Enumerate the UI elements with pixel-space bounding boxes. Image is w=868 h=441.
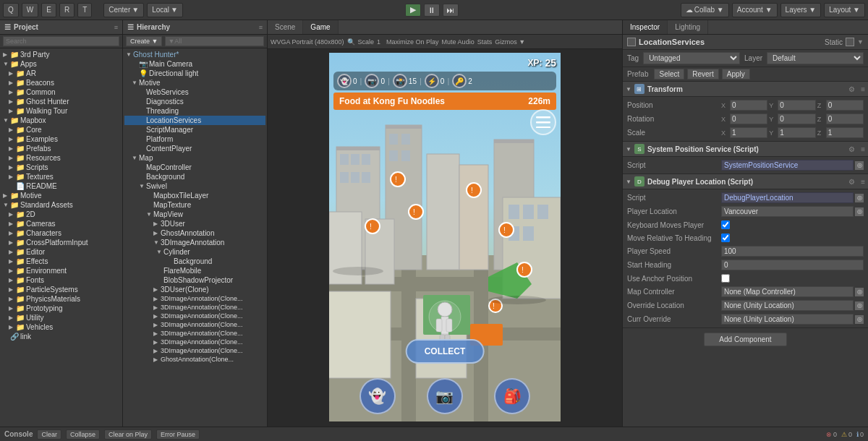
scl-x-input[interactable] bbox=[730, 127, 767, 138]
pause-button[interactable]: ⏸ bbox=[424, 4, 440, 17]
sps-menu-icon[interactable]: ≡ bbox=[861, 145, 865, 153]
hierarchy-3dimage-clone1[interactable]: ▶ 3DImageAnnotation(Clone... bbox=[124, 294, 265, 303]
bottom-ghost-btn[interactable]: 👻 bbox=[359, 378, 396, 414]
project-item-crossplatform[interactable]: ▶ 📁 CrossPlatformInput bbox=[1, 238, 121, 247]
rot-x-input[interactable] bbox=[730, 114, 767, 124]
scene-tab[interactable]: Scene bbox=[268, 20, 303, 34]
hierarchy-3dimage-clone5[interactable]: ▶ 3DImageAnnotation(Clone... bbox=[124, 329, 265, 338]
curr-override-select-btn[interactable]: ◎ bbox=[855, 315, 864, 324]
static-dropdown[interactable]: ▼ bbox=[857, 38, 864, 46]
sps-gear-icon[interactable]: ⚙ bbox=[848, 145, 855, 153]
transform-component-header[interactable]: ▼ ⊞ Transform ⚙ ≡ bbox=[623, 82, 868, 97]
static-checkbox[interactable] bbox=[846, 38, 854, 46]
start-heading-input[interactable] bbox=[721, 260, 864, 270]
collect-button[interactable]: COLLECT bbox=[406, 339, 485, 364]
rot-z-input[interactable] bbox=[826, 114, 864, 124]
hierarchy-map[interactable]: ▼ Map bbox=[124, 153, 265, 163]
dpl-script-select-btn[interactable]: ◎ bbox=[855, 194, 864, 202]
player-speed-input[interactable] bbox=[721, 246, 864, 257]
override-location-select-btn[interactable]: ◎ bbox=[855, 301, 864, 310]
prefab-select-btn[interactable]: Select bbox=[654, 69, 684, 80]
bottom-camera-btn[interactable]: 📷 bbox=[427, 378, 463, 414]
hierarchy-background2[interactable]: Background bbox=[124, 257, 265, 266]
project-item-2d[interactable]: ▶ 📁 2D bbox=[1, 210, 121, 219]
hierarchy-swivel[interactable]: ▼ Swivel bbox=[124, 181, 265, 191]
hierarchy-menu-icon[interactable]: ≡ bbox=[259, 24, 263, 31]
pos-x-input[interactable] bbox=[730, 100, 767, 111]
stats-btn[interactable]: Stats bbox=[477, 38, 493, 46]
layout-button[interactable]: Layout ▼ bbox=[824, 3, 865, 17]
project-item-resources[interactable]: ▶ 📁 Resources bbox=[1, 153, 121, 163]
step-button[interactable]: ⏭ bbox=[443, 4, 459, 17]
hierarchy-3dimage-clone2[interactable]: ▶ 3DImageAnnotation(Clone... bbox=[124, 303, 265, 312]
transform-menu-icon[interactable]: ≡ bbox=[861, 85, 865, 93]
hierarchy-main-camera[interactable]: 📷 Main Camera bbox=[124, 59, 265, 69]
bottom-bag-btn[interactable]: 🎒 bbox=[494, 378, 530, 414]
hierarchy-locationservices[interactable]: LocationServices bbox=[124, 116, 265, 125]
rot-y-input[interactable] bbox=[778, 114, 815, 124]
hierarchy-webservices[interactable]: WebServices bbox=[124, 87, 265, 97]
add-component-button[interactable]: Add Component bbox=[704, 333, 786, 346]
hierarchy-platform[interactable]: Platform bbox=[124, 134, 265, 144]
project-item-scripts[interactable]: ▶ 📁 Scripts bbox=[1, 163, 121, 172]
layers-button[interactable]: Layers ▼ bbox=[780, 3, 822, 17]
hierarchy-cylinder[interactable]: ▼ Cylinder bbox=[124, 247, 265, 257]
keyboard-moves-checkbox[interactable] bbox=[721, 220, 730, 229]
project-item-motive[interactable]: ▶ 📁 Motive bbox=[1, 191, 121, 200]
project-item-vehicles[interactable]: ▶ 📁 Vehicles bbox=[1, 322, 121, 332]
toolbar-transform-t[interactable]: T bbox=[77, 3, 92, 17]
hierarchy-blobshadow[interactable]: BlobShadowProjector bbox=[124, 275, 265, 285]
project-item-characters[interactable]: ▶ 📁 Characters bbox=[1, 228, 121, 238]
space-button[interactable]: Local ▼ bbox=[147, 3, 183, 17]
project-item-textures[interactable]: ▶ 📁 Textures bbox=[1, 172, 121, 181]
pos-y-input[interactable] bbox=[778, 100, 815, 111]
project-item-mapbox[interactable]: ▼ 📁 Mapbox bbox=[1, 116, 121, 125]
project-item-core[interactable]: ▶ 📁 Core bbox=[1, 125, 121, 134]
project-item-physicsmaterials[interactable]: ▶ 📁 PhysicsMaterials bbox=[1, 294, 121, 304]
sps-script-select-btn[interactable]: ◎ bbox=[855, 161, 864, 170]
gizmos-btn[interactable]: Gizmos ▼ bbox=[495, 38, 525, 46]
play-button[interactable]: ▶ bbox=[405, 4, 421, 17]
clear-button[interactable]: Clear bbox=[37, 429, 61, 440]
scl-y-input[interactable] bbox=[778, 127, 815, 138]
hierarchy-ghost-clone[interactable]: ▶ GhostAnnotation(Clone... bbox=[124, 355, 265, 364]
hierarchy-dir-light[interactable]: 💡 Directional light bbox=[124, 69, 265, 78]
hierarchy-threading[interactable]: Threading bbox=[124, 106, 265, 116]
project-item-environment[interactable]: ▶ 📁 Environment bbox=[1, 266, 121, 275]
account-button[interactable]: Account ▼ bbox=[732, 3, 778, 17]
hierarchy-3dimage-clone4[interactable]: ▶ 3DImageAnnotation(Clone... bbox=[124, 320, 265, 329]
map-controller-select-btn[interactable]: ◎ bbox=[855, 288, 864, 296]
project-item-editor[interactable]: ▶ 📁 Editor bbox=[1, 247, 121, 257]
project-item-walkingtour[interactable]: ▶ 📁 Walking Tour bbox=[1, 106, 121, 116]
hierarchy-mapcontroller[interactable]: MapController bbox=[124, 163, 265, 172]
lighting-tab[interactable]: Lighting bbox=[668, 20, 708, 34]
object-active-checkbox[interactable] bbox=[627, 38, 636, 46]
hierarchy-ghostannotation[interactable]: ▶ GhostAnnotation bbox=[124, 228, 265, 238]
collapse-button[interactable]: Collapse bbox=[66, 429, 100, 440]
hierarchy-mapview[interactable]: ▼ MapView bbox=[124, 210, 265, 219]
maximize-on-play-btn[interactable]: Maximize On Play bbox=[386, 38, 439, 46]
pivot-button[interactable]: Center ▼ bbox=[103, 3, 144, 17]
use-anchor-checkbox[interactable] bbox=[721, 274, 730, 283]
project-menu-icon[interactable]: ≡ bbox=[114, 24, 118, 31]
hierarchy-3duser[interactable]: ▶ 3DUser bbox=[124, 219, 265, 228]
mute-audio-btn[interactable]: Mute Audio bbox=[442, 38, 475, 46]
layer-select[interactable]: Default bbox=[767, 52, 864, 64]
project-item-beacons[interactable]: ▶ 📁 Beacons bbox=[1, 78, 121, 87]
prefab-apply-btn[interactable]: Apply bbox=[722, 69, 750, 80]
toolbar-transform-e[interactable]: E bbox=[41, 3, 56, 17]
project-item-particlesystems[interactable]: ▶ 📁 ParticleSystems bbox=[1, 285, 121, 294]
hierarchy-3dimage-clone6[interactable]: ▶ 3DImageAnnotation(Clone... bbox=[124, 338, 265, 346]
hierarchy-flaremobile[interactable]: FlareMobile bbox=[124, 266, 265, 275]
hierarchy-3duser-clone[interactable]: ▶ 3DUser(Clone) bbox=[124, 285, 265, 294]
project-item-prototyping[interactable]: ▶ 📁 Prototyping bbox=[1, 304, 121, 313]
hierarchy-maptexture[interactable]: MapTexture bbox=[124, 200, 265, 210]
project-item-utility[interactable]: ▶ 📁 Utility bbox=[1, 313, 121, 322]
project-item-common[interactable]: ▶ 📁 Common bbox=[1, 87, 121, 97]
project-item-ar[interactable]: ▶ 📁 AR bbox=[1, 69, 121, 78]
hierarchy-contentplayer[interactable]: ContentPlayer bbox=[124, 144, 265, 153]
transform-gear-icon[interactable]: ⚙ bbox=[848, 85, 855, 93]
debug-player-header[interactable]: ▼ D Debug Player Location (Script) ⚙ ≡ bbox=[623, 174, 868, 189]
toolbar-transform-q[interactable]: Q bbox=[3, 3, 19, 17]
hierarchy-3dimage-clone7[interactable]: ▶ 3DImageAnnotation(Clone... bbox=[124, 346, 265, 355]
